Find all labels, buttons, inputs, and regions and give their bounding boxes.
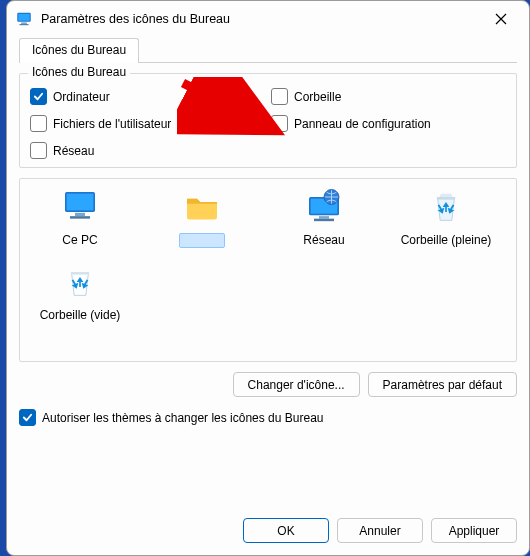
check-icon xyxy=(22,412,33,423)
network-icon xyxy=(304,187,344,227)
svg-rect-6 xyxy=(75,213,85,216)
recycle-empty-icon xyxy=(60,262,100,302)
svg-rect-2 xyxy=(21,22,27,24)
checkbox-user-files[interactable]: Fichiers de l'utilisateur xyxy=(30,115,265,132)
client-area: Icônes du Bureau Icônes du Bureau Ordina… xyxy=(7,37,529,508)
preview-caption: Réseau xyxy=(303,233,344,247)
checkbox-network[interactable]: Réseau xyxy=(30,142,265,159)
checkbox-label: Panneau de configuration xyxy=(294,117,431,131)
window-title: Paramètres des icônes du Bureau xyxy=(41,12,479,26)
recycle-full-icon xyxy=(426,187,466,227)
preview-caption: Corbeille (vide) xyxy=(40,308,121,322)
checkbox-label: Fichiers de l'utilisateur xyxy=(53,117,171,131)
svg-rect-14 xyxy=(71,272,89,275)
tabstrip: Icônes du Bureau xyxy=(19,37,517,63)
svg-rect-11 xyxy=(319,216,329,219)
tab-desktop-icons[interactable]: Icônes du Bureau xyxy=(19,38,139,63)
ok-button[interactable]: OK xyxy=(243,518,329,543)
check-icon xyxy=(33,91,44,102)
preview-user-folder[interactable] xyxy=(150,187,254,248)
svg-rect-1 xyxy=(18,14,29,21)
preview-caption: Corbeille (pleine) xyxy=(401,233,492,247)
change-icon-button[interactable]: Changer d'icône... xyxy=(233,372,360,397)
button-label: Changer d'icône... xyxy=(248,378,345,392)
dialog-footer: OK Annuler Appliquer xyxy=(7,508,529,555)
checkbox-label: Ordinateur xyxy=(53,90,110,104)
svg-rect-13 xyxy=(437,197,455,200)
icon-preview-pane: Ce PC xyxy=(19,178,517,362)
preview-caption: Ce PC xyxy=(62,233,97,247)
this-pc-icon xyxy=(60,187,100,227)
checkbox-label: Réseau xyxy=(53,144,94,158)
svg-rect-3 xyxy=(20,24,29,25)
preview-recycle-full[interactable]: Corbeille (pleine) xyxy=(394,187,498,248)
button-label: OK xyxy=(277,524,294,538)
desktop-icon-settings-window: Paramètres des icônes du Bureau Icônes d… xyxy=(6,0,530,556)
checkbox-control-panel[interactable]: Panneau de configuration xyxy=(271,115,506,132)
apply-button[interactable]: Appliquer xyxy=(431,518,517,543)
preview-recycle-empty[interactable]: Corbeille (vide) xyxy=(28,262,132,322)
desktop-icons-group: Icônes du Bureau Ordinateur Corbeille Fi… xyxy=(19,73,517,168)
icon-action-row: Changer d'icône... Paramètres par défaut xyxy=(19,372,517,397)
close-icon xyxy=(495,13,507,25)
checkbox-allow-themes[interactable]: Autoriser les thèmes à changer les icône… xyxy=(19,409,517,426)
close-button[interactable] xyxy=(479,4,523,34)
checkbox-label: Corbeille xyxy=(294,90,341,104)
preview-this-pc[interactable]: Ce PC xyxy=(28,187,132,248)
titlebar: Paramètres des icônes du Bureau xyxy=(7,1,529,37)
folder-icon xyxy=(182,187,222,227)
tab-label: Icônes du Bureau xyxy=(32,43,126,57)
group-legend: Icônes du Bureau xyxy=(28,65,130,79)
checkbox-computer[interactable]: Ordinateur xyxy=(30,88,265,105)
svg-rect-12 xyxy=(314,219,334,222)
preview-caption-selected xyxy=(179,233,225,248)
button-label: Paramètres par défaut xyxy=(383,378,502,392)
restore-defaults-button[interactable]: Paramètres par défaut xyxy=(368,372,517,397)
svg-rect-5 xyxy=(67,194,94,211)
cancel-button[interactable]: Annuler xyxy=(337,518,423,543)
checkbox-label: Autoriser les thèmes à changer les icône… xyxy=(42,411,324,425)
button-label: Annuler xyxy=(359,524,400,538)
svg-rect-7 xyxy=(70,216,90,219)
preview-network[interactable]: Réseau xyxy=(272,187,376,248)
checkbox-recycle-bin[interactable]: Corbeille xyxy=(271,88,506,105)
button-label: Appliquer xyxy=(449,524,500,538)
system-icon xyxy=(15,10,33,28)
